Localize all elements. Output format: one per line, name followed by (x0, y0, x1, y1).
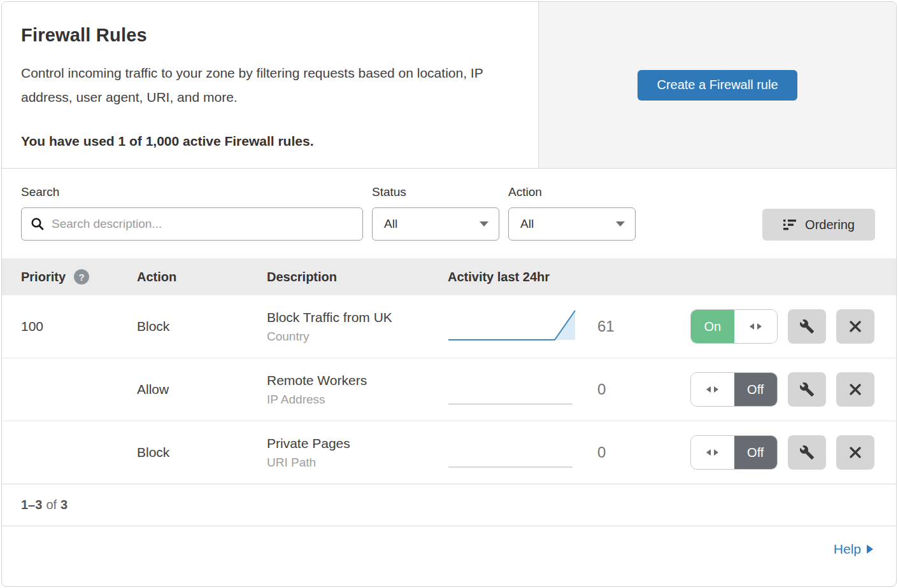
table-row: 100BlockBlock Traffic from UKCountry61On (2, 295, 896, 358)
search-label: Search (21, 185, 363, 199)
delete-rule-button[interactable] (836, 372, 874, 407)
rule-match-type: URI Path (267, 456, 448, 470)
delete-rule-button[interactable] (836, 309, 874, 344)
column-activity: Activity last 24hr (448, 270, 690, 284)
activity-count: 0 (597, 381, 606, 398)
ordering-button[interactable]: Ordering (762, 209, 875, 241)
rule-enabled-toggle[interactable]: On (690, 309, 778, 344)
ordering-button-label: Ordering (805, 218, 855, 232)
search-icon (31, 217, 45, 231)
pagination-total: 3 (61, 498, 68, 512)
chevron-down-icon (480, 221, 488, 227)
toggle-state-label: Off (734, 436, 778, 469)
rule-description: Block Traffic from UK (267, 310, 448, 325)
chevron-down-icon (616, 221, 625, 227)
table-row: AllowRemote WorkersIP Address0Off (2, 358, 896, 421)
search-input[interactable] (52, 217, 353, 231)
help-link-label: Help (834, 542, 861, 557)
page-description: Control incoming traffic to your zone by… (21, 61, 513, 109)
toggle-grip-icon[interactable] (691, 436, 734, 469)
usage-note: You have used 1 of 1,000 active Firewall… (21, 134, 513, 149)
activity-count: 0 (597, 444, 606, 461)
firewall-rules-card: Firewall Rules Control incoming traffic … (1, 1, 897, 587)
help-row: Help (2, 526, 896, 572)
page-title: Firewall Rules (21, 25, 513, 46)
header-text-panel: Firewall Rules Control incoming traffic … (2, 2, 539, 168)
status-select[interactable]: All (372, 207, 499, 241)
delete-rule-button[interactable] (836, 435, 874, 470)
rule-description: Private Pages (267, 436, 448, 451)
rule-match-type: Country (267, 330, 448, 344)
header-section: Firewall Rules Control incoming traffic … (2, 2, 896, 169)
edit-rule-button[interactable] (788, 435, 826, 470)
status-label: Status (372, 185, 499, 199)
wrench-icon (799, 382, 815, 397)
create-firewall-rule-button[interactable]: Create a Firewall rule (638, 70, 797, 101)
status-filter-group: Status All (372, 185, 499, 241)
action-filter-group: Action All (508, 185, 636, 241)
pagination-of: of (46, 498, 57, 512)
toggle-state-label: Off (734, 373, 778, 406)
wrench-icon (799, 445, 815, 460)
rule-description: Remote Workers (267, 373, 448, 388)
activity-sparkline (448, 371, 578, 408)
activity-sparkline (448, 308, 578, 345)
toggle-grip-icon[interactable] (734, 310, 778, 343)
action-selected-value: All (520, 217, 534, 231)
table-header: Priority ? Action Description Activity l… (2, 258, 896, 295)
help-circle-icon[interactable]: ? (74, 269, 89, 284)
help-link[interactable]: Help (834, 542, 873, 557)
ordering-list-icon (783, 218, 797, 232)
toggle-grip-icon[interactable] (691, 373, 734, 406)
search-filter-group: Search (21, 185, 363, 241)
pagination: 1–3 of 3 (2, 484, 896, 526)
rule-enabled-toggle[interactable]: Off (690, 372, 778, 407)
help-arrow-icon (867, 545, 873, 554)
rule-action: Block (137, 319, 267, 334)
close-icon (848, 382, 862, 396)
table-row: BlockPrivate PagesURI Path0Off (2, 421, 896, 484)
header-action-panel: Create a Firewall rule (539, 2, 896, 168)
rule-action: Allow (137, 382, 267, 397)
search-box (21, 207, 363, 241)
column-action: Action (137, 270, 267, 284)
rule-action: Block (137, 445, 267, 460)
wrench-icon (799, 319, 815, 334)
rule-match-type: IP Address (267, 393, 448, 407)
rule-priority: 100 (21, 319, 137, 334)
filter-bar: Search Status All Action All (2, 169, 896, 258)
close-icon (848, 319, 862, 333)
close-icon (848, 445, 862, 459)
table-body: 100BlockBlock Traffic from UKCountry61On… (2, 295, 896, 484)
edit-rule-button[interactable] (788, 309, 826, 344)
status-selected-value: All (384, 217, 397, 231)
edit-rule-button[interactable] (788, 372, 826, 407)
column-priority: Priority (21, 270, 66, 284)
pagination-range: 1–3 (21, 498, 42, 512)
toggle-state-label: On (691, 310, 734, 343)
column-description: Description (267, 270, 448, 284)
rule-enabled-toggle[interactable]: Off (690, 435, 778, 470)
activity-count: 61 (597, 318, 615, 335)
activity-sparkline (448, 434, 578, 471)
action-select[interactable]: All (508, 207, 636, 241)
action-label: Action (508, 185, 636, 199)
